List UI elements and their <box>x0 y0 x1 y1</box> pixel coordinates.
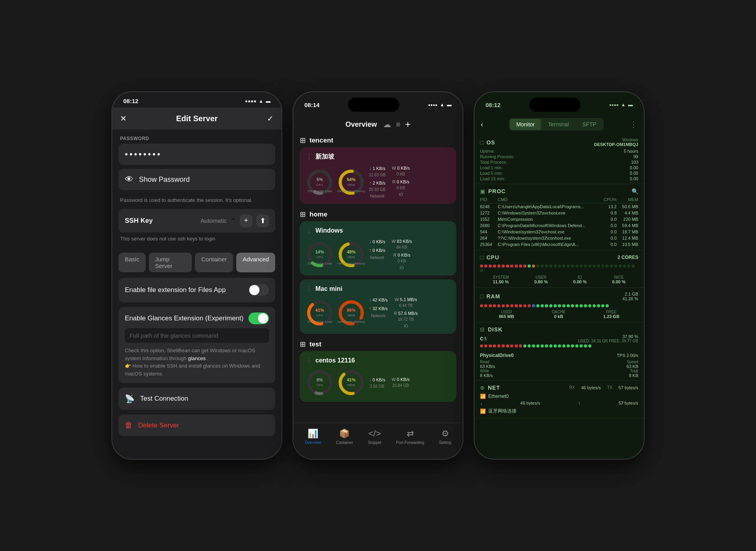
page-title: Edit Server <box>176 114 218 123</box>
total-proc-value: 103 <box>631 160 638 165</box>
ssh-upload-button[interactable]: ⬆ <box>256 214 269 227</box>
stack-icon-home: ⊞ <box>300 210 306 219</box>
cpu-dot <box>554 264 557 268</box>
more-button[interactable]: ⋮ <box>630 120 637 129</box>
ram-dot <box>545 304 548 307</box>
proc-search-button[interactable]: 🔍 <box>632 188 638 194</box>
list-icon[interactable]: ≡ <box>396 120 400 129</box>
pid-0: 8248 <box>480 204 498 209</box>
os-running-row: Running Process: 99 <box>480 154 638 159</box>
glances-command-input[interactable]: Full path of the glances command <box>125 328 269 343</box>
password-field[interactable]: •••••••• <box>119 144 275 165</box>
bt-name-label: 蓝牙网络连接 <box>488 408 517 414</box>
disk-section: ⊟ DISK C:\ 37.90 % USED: 24.31 GB FREE: … <box>474 322 644 381</box>
cpu-dot <box>484 264 487 268</box>
signal-test-icon: 📡 <box>125 394 135 403</box>
memory-label-xinjiapo: mem/swap Memory <box>337 189 365 193</box>
overview-nav-icon: 📊 <box>308 429 318 439</box>
svg-text:41%: 41% <box>347 377 356 382</box>
disk-dot <box>489 344 492 348</box>
cpu-labels: SYSTEM 11.50 % USER 0.80 % IO 0.00 % NIC… <box>480 274 638 285</box>
battery-icon-3: ▬ <box>628 102 633 107</box>
cache-label: CACHE <box>552 310 565 314</box>
proc-row-2: 1552 MemCompression 0.0 220 MB <box>480 216 638 222</box>
cpu-nice-label: NICE 0.00 % <box>612 275 625 284</box>
cpu-dot <box>493 264 496 268</box>
show-password-label: Show Password <box>139 176 190 184</box>
trash-icon: 🗑 <box>125 421 133 430</box>
toggle-file-extension[interactable] <box>248 284 269 296</box>
card-header-centos: ⋮ centos 12116 <box>306 357 450 364</box>
disk-dot <box>528 344 531 348</box>
time-3: 08:12 <box>485 102 500 108</box>
disk-dot <box>545 344 548 348</box>
back-button[interactable]: ‹ <box>481 120 483 129</box>
col-pid: PID <box>480 197 498 202</box>
glances-header: Enable Glances Extension (Experiment) <box>125 312 269 324</box>
os-load15-row: Load 15 min: 0.00 <box>480 176 638 181</box>
os-platform: Windows <box>622 138 638 142</box>
used-label: USED <box>501 310 512 314</box>
net-section: ⊕ NET RX 46 bytes/s TX 57 bytes/s 📶 Ethe… <box>474 381 644 418</box>
group-header-tencent: ⊞ tencent <box>293 134 463 147</box>
save-button[interactable]: ✓ <box>267 114 274 123</box>
nav-port-forwarding[interactable]: ⇄ Port Forwarding <box>396 429 424 445</box>
add-server-button[interactable]: + <box>405 119 411 130</box>
disk-dot <box>536 344 539 348</box>
server-card-mac-mini[interactable]: ⋮ Mac mini 41% CPU 15m/5m/1m Load <box>300 279 456 334</box>
tabs-row: Basic Jump Server Container Advanced <box>112 247 282 278</box>
ssh-add-button[interactable]: + <box>240 214 252 227</box>
tab-terminal[interactable]: Terminal <box>542 119 575 130</box>
mem-gauge-windows: 48% MEM mem/swap Memory <box>337 241 365 268</box>
nav-setting[interactable]: ⚙ Setting <box>439 429 451 445</box>
drive-write-row: Write 8 KB/s Total 8 KB <box>480 369 638 378</box>
svg-text:MEM: MEM <box>348 255 355 259</box>
disk-dot <box>549 344 552 348</box>
disk-dot <box>515 344 518 348</box>
test-connection-row[interactable]: 📡 Test Connection <box>119 388 275 410</box>
cloud-icon[interactable]: ☁ <box>383 120 391 129</box>
tab-basic[interactable]: Basic <box>119 253 146 272</box>
glances-description: Check this option, ShellBean can get Win… <box>125 347 269 377</box>
total-proc-label: Total Process: <box>480 160 507 165</box>
svg-text:5%: 5% <box>317 177 323 182</box>
proc-row-1: 1272 C:\Windows\System32\svchost.exe 0.8… <box>480 210 638 216</box>
ram-labels: USED 865 MB CACHE 0 kB FREE 1.23 GB <box>480 309 638 320</box>
server-card-windows[interactable]: ⋮ Windows 14% CPU 15m/5m/1m Load <box>300 221 456 276</box>
show-password-row[interactable]: 👁 Show Password <box>119 169 275 190</box>
tab-advanced[interactable]: Advanced <box>236 253 275 272</box>
cpu-dot <box>497 264 500 268</box>
ram-dot <box>497 304 500 307</box>
server-card-xinjiapo[interactable]: ⋮ 新加坡 5% CPU 15m/5m/1m Load <box>300 147 456 204</box>
server-card-centos[interactable]: ⋮ centos 12116 8% CPU <box>300 351 456 402</box>
write-speed: 8 KB/s <box>480 373 493 378</box>
tab-container[interactable]: Container <box>195 253 233 272</box>
stats-mac: ↓ 42 KB/s ↑ 32 KB/s Network <box>369 297 450 328</box>
toggle1-label: Enable file extension for Files App <box>125 286 226 294</box>
os-load5-row: Load 5 min: 0.00 <box>480 170 638 176</box>
nav-container[interactable]: 📦 Container <box>336 429 353 445</box>
cpu-dot <box>614 264 617 268</box>
nav-overview[interactable]: 📊 Overview <box>305 429 321 445</box>
toggle-glances[interactable] <box>248 312 269 324</box>
system-label: SYSTEM <box>493 275 509 279</box>
ram-dot <box>562 304 565 307</box>
svg-text:48%: 48% <box>347 250 356 254</box>
total-label: Total <box>630 369 638 373</box>
container-nav-icon: 📦 <box>339 429 350 439</box>
group-name-tencent: tencent <box>309 137 333 144</box>
tab-monitor[interactable]: Monitor <box>510 119 541 130</box>
disk-dot <box>541 344 544 348</box>
nav-snippet[interactable]: </> Snippet <box>368 429 381 445</box>
tab-jump-server[interactable]: Jump Server <box>149 253 192 272</box>
tx-label: TX <box>607 385 612 390</box>
ram-section: □ RAM 2.1 GB 41.26 % <box>474 288 644 322</box>
nav-label-container: Container <box>336 440 353 445</box>
disk-dot <box>497 344 500 348</box>
tab-sftp[interactable]: SFTP <box>576 119 603 130</box>
monitor-header: ‹ Monitor Terminal SFTP ⋮ <box>474 115 644 134</box>
close-button[interactable]: ✕ <box>120 114 127 123</box>
ram-dot <box>536 304 539 307</box>
delete-server-row[interactable]: 🗑 Delete Server <box>119 414 275 436</box>
ssh-key-row: SSH Key Automatic ⌃ + ⬆ <box>119 209 275 233</box>
